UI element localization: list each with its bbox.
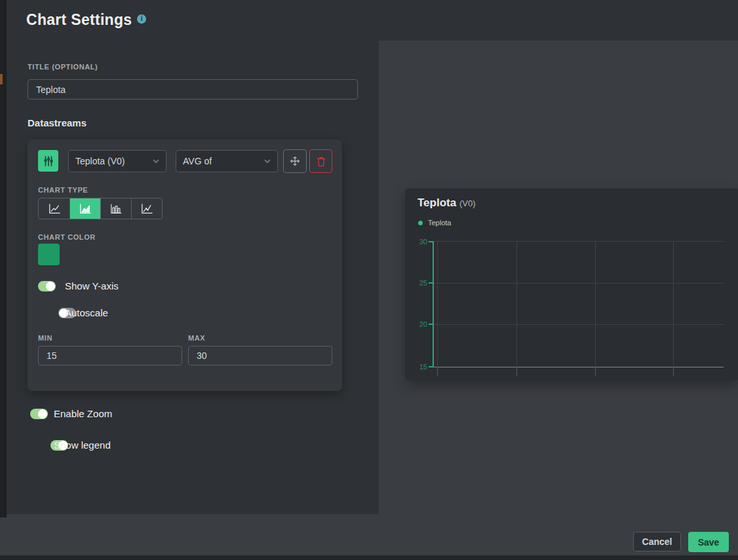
chart-type-label: CHART TYPE [38, 186, 88, 194]
datastream-settings-button[interactable] [38, 150, 58, 172]
max-field-label: MAX [188, 334, 205, 342]
toggle-knob [46, 282, 55, 291]
max-input[interactable] [188, 346, 332, 365]
x-axis-line [433, 367, 724, 367]
legend-dot-icon [418, 221, 423, 225]
aggregation-value: AVG of [183, 156, 212, 166]
chart-color-swatch[interactable] [38, 244, 60, 265]
delete-datastream-button[interactable] [309, 149, 332, 173]
x-tick [437, 367, 438, 376]
chart-type-area-button[interactable] [69, 198, 100, 219]
toggle-knob [38, 409, 47, 419]
sliders-icon [43, 155, 54, 167]
preview-chart-pin: (V0) [459, 198, 476, 208]
gridline-horizontal [433, 324, 724, 325]
preview-legend: Teplota [418, 219, 451, 227]
title-input[interactable] [28, 79, 358, 100]
chart-type-line-button[interactable] [39, 198, 69, 219]
datastream-source-select[interactable]: Teplota (V0) [68, 150, 166, 172]
min-input[interactable] [38, 346, 182, 365]
info-icon[interactable]: i [137, 14, 146, 24]
enable-zoom-toggle[interactable] [30, 409, 48, 419]
y-tick [429, 282, 433, 284]
y-tick [429, 366, 433, 367]
preview-chart-title: Teplota (V0) [418, 196, 475, 210]
chart-color-label: CHART COLOR [38, 233, 96, 241]
preview-plot-area: 30 25 20 15 [433, 241, 724, 367]
gridline-vertical [595, 241, 596, 367]
min-field-label: MIN [38, 334, 52, 342]
chevron-down-icon [264, 159, 271, 163]
show-y-axis-toggle[interactable] [38, 281, 56, 291]
y-tick [429, 241, 433, 242]
legend-series-label: Teplota [428, 219, 451, 227]
y-tick-label: 25 [409, 279, 427, 287]
page-title: Chart Settingsi [26, 11, 146, 29]
chart-preview-card: Teplota (V0) Teplota 30 25 20 15 [405, 189, 738, 380]
datastreams-heading: Datastreams [28, 117, 87, 128]
move-datastream-button[interactable] [283, 149, 307, 173]
bar-chart-icon [109, 203, 123, 215]
aggregation-select[interactable]: AVG of [176, 150, 278, 172]
enable-zoom-label: Enable Zoom [54, 408, 112, 419]
title-field-label: TITLE (OPTIONAL) [28, 63, 98, 71]
datastream-card: Teplota (V0) AVG of CHART TYPE [28, 140, 342, 391]
show-y-axis-label: Show Y-axis [65, 280, 119, 291]
y-axis-line [433, 241, 434, 367]
scatter-line-chart-icon [140, 203, 154, 215]
gridline-vertical [673, 241, 674, 367]
save-button[interactable]: Save [688, 532, 729, 552]
gridline-vertical [516, 241, 517, 367]
line-chart-icon [47, 203, 62, 215]
autoscale-label: Autoscale [65, 307, 108, 318]
x-tick [595, 367, 596, 376]
gridline-vertical [437, 241, 438, 367]
trash-icon [316, 155, 326, 167]
y-tick-label: 20 [409, 320, 427, 328]
chevron-down-icon [153, 159, 159, 163]
chart-type-scatter-button[interactable] [131, 198, 162, 219]
chart-type-group [38, 198, 163, 219]
x-tick [516, 367, 517, 376]
move-icon [289, 155, 301, 167]
x-tick [673, 367, 674, 376]
left-edge-accent [0, 74, 3, 84]
y-tick [429, 324, 433, 325]
bottom-strip [0, 555, 738, 560]
gridline-horizontal [433, 241, 724, 242]
y-tick-label: 30 [409, 238, 427, 246]
chart-type-bar-button[interactable] [100, 198, 131, 219]
gridline-horizontal [433, 283, 724, 284]
y-tick-label: 15 [409, 363, 427, 371]
datastream-source-value: Teplota (V0) [75, 156, 125, 166]
cancel-button[interactable]: Cancel [633, 532, 681, 551]
show-legend-label: Show legend [54, 439, 111, 451]
area-chart-icon [78, 203, 92, 215]
